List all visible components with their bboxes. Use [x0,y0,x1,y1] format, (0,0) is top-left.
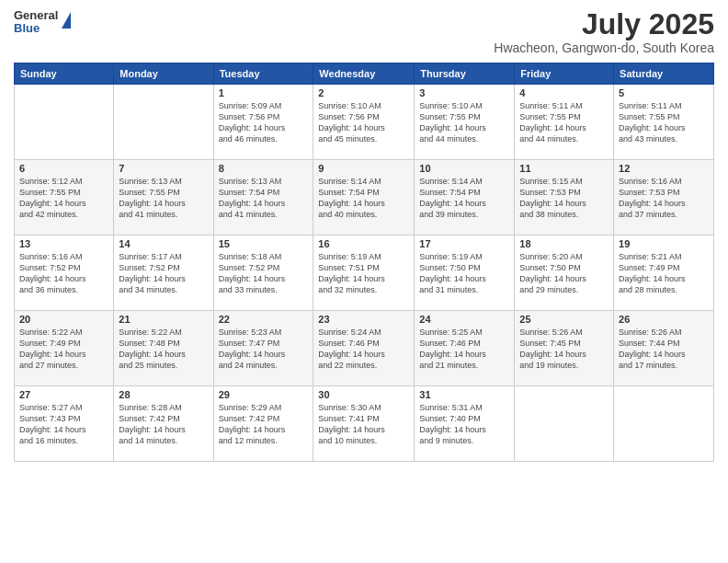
calendar-cell [614,386,714,462]
calendar-cell: 31Sunrise: 5:31 AM Sunset: 7:40 PM Dayli… [415,386,515,462]
day-number: 29 [219,389,309,400]
calendar-cell: 26Sunrise: 5:26 AM Sunset: 7:44 PM Dayli… [614,311,714,386]
day-info: Sunrise: 5:14 AM Sunset: 7:54 PM Dayligh… [419,176,509,221]
day-info: Sunrise: 5:11 AM Sunset: 7:55 PM Dayligh… [619,100,709,145]
day-number: 8 [219,163,309,174]
day-info: Sunrise: 5:23 AM Sunset: 7:47 PM Dayligh… [219,327,309,372]
col-friday: Friday [515,63,614,85]
col-saturday: Saturday [614,63,714,85]
calendar-cell: 18Sunrise: 5:20 AM Sunset: 7:50 PM Dayli… [515,236,614,311]
day-info: Sunrise: 5:12 AM Sunset: 7:55 PM Dayligh… [19,176,108,221]
day-info: Sunrise: 5:10 AM Sunset: 7:56 PM Dayligh… [318,100,409,145]
calendar-week-5: 27Sunrise: 5:27 AM Sunset: 7:43 PM Dayli… [15,386,714,462]
calendar-cell: 14Sunrise: 5:17 AM Sunset: 7:52 PM Dayli… [114,236,213,311]
calendar-cell: 20Sunrise: 5:22 AM Sunset: 7:49 PM Dayli… [15,311,114,386]
logo-line1: General [14,9,58,22]
day-info: Sunrise: 5:22 AM Sunset: 7:48 PM Dayligh… [119,327,208,372]
day-info: Sunrise: 5:14 AM Sunset: 7:54 PM Dayligh… [318,176,409,221]
day-number: 20 [19,314,108,325]
day-info: Sunrise: 5:13 AM Sunset: 7:55 PM Dayligh… [119,176,208,221]
day-number: 31 [419,389,509,400]
day-number: 5 [619,87,709,98]
page: General Blue July 2025 Hwacheon, Gangwon… [0,0,728,563]
day-number: 30 [318,389,409,400]
day-info: Sunrise: 5:16 AM Sunset: 7:53 PM Dayligh… [619,176,709,221]
calendar-cell: 11Sunrise: 5:15 AM Sunset: 7:53 PM Dayli… [515,160,614,236]
day-number: 11 [519,163,609,174]
calendar-cell: 15Sunrise: 5:18 AM Sunset: 7:52 PM Dayli… [213,236,313,311]
title-location: Hwacheon, Gangwon-do, South Korea [494,40,714,55]
col-sunday: Sunday [15,63,114,85]
calendar-week-1: 1Sunrise: 5:09 AM Sunset: 7:56 PM Daylig… [15,85,714,160]
calendar-cell: 19Sunrise: 5:21 AM Sunset: 7:49 PM Dayli… [614,236,714,311]
calendar-cell: 1Sunrise: 5:09 AM Sunset: 7:56 PM Daylig… [213,85,313,160]
day-info: Sunrise: 5:15 AM Sunset: 7:53 PM Dayligh… [519,176,609,221]
day-number: 7 [119,163,208,174]
calendar-cell: 10Sunrise: 5:14 AM Sunset: 7:54 PM Dayli… [415,160,515,236]
day-number: 10 [419,163,509,174]
calendar-cell [515,386,614,462]
day-number: 17 [419,238,509,249]
calendar-cell: 28Sunrise: 5:28 AM Sunset: 7:42 PM Dayli… [114,386,213,462]
day-info: Sunrise: 5:16 AM Sunset: 7:52 PM Dayligh… [19,251,108,296]
day-number: 16 [318,238,409,249]
day-info: Sunrise: 5:26 AM Sunset: 7:45 PM Dayligh… [519,327,609,372]
day-info: Sunrise: 5:24 AM Sunset: 7:46 PM Dayligh… [318,327,409,372]
calendar-cell: 13Sunrise: 5:16 AM Sunset: 7:52 PM Dayli… [15,236,114,311]
day-number: 1 [219,87,309,98]
day-info: Sunrise: 5:20 AM Sunset: 7:50 PM Dayligh… [519,251,609,296]
calendar-cell [15,85,114,160]
logo-line2: Blue [14,22,58,35]
calendar-cell: 17Sunrise: 5:19 AM Sunset: 7:50 PM Dayli… [415,236,515,311]
day-info: Sunrise: 5:27 AM Sunset: 7:43 PM Dayligh… [19,402,108,447]
day-info: Sunrise: 5:09 AM Sunset: 7:56 PM Dayligh… [219,100,309,145]
calendar-cell: 4Sunrise: 5:11 AM Sunset: 7:55 PM Daylig… [515,85,614,160]
day-number: 12 [619,163,709,174]
day-number: 13 [19,238,108,249]
day-info: Sunrise: 5:21 AM Sunset: 7:49 PM Dayligh… [619,251,709,296]
day-info: Sunrise: 5:29 AM Sunset: 7:42 PM Dayligh… [219,402,309,447]
day-number: 24 [419,314,509,325]
day-number: 28 [119,389,208,400]
day-number: 26 [619,314,709,325]
header: General Blue July 2025 Hwacheon, Gangwon… [14,9,714,55]
calendar-cell [114,85,213,160]
calendar-cell: 27Sunrise: 5:27 AM Sunset: 7:43 PM Dayli… [15,386,114,462]
day-info: Sunrise: 5:22 AM Sunset: 7:49 PM Dayligh… [19,327,108,372]
calendar-cell: 3Sunrise: 5:10 AM Sunset: 7:55 PM Daylig… [415,85,515,160]
calendar-header-row: Sunday Monday Tuesday Wednesday Thursday… [15,63,714,85]
day-number: 3 [419,87,509,98]
day-number: 22 [219,314,309,325]
logo-text: General Blue [14,9,58,36]
logo-triangle-icon [62,12,71,29]
calendar-cell: 7Sunrise: 5:13 AM Sunset: 7:55 PM Daylig… [114,160,213,236]
day-info: Sunrise: 5:10 AM Sunset: 7:55 PM Dayligh… [419,100,509,145]
day-number: 2 [318,87,409,98]
calendar-cell: 24Sunrise: 5:25 AM Sunset: 7:46 PM Dayli… [415,311,515,386]
calendar-cell: 30Sunrise: 5:30 AM Sunset: 7:41 PM Dayli… [313,386,415,462]
day-info: Sunrise: 5:30 AM Sunset: 7:41 PM Dayligh… [318,402,409,447]
day-info: Sunrise: 5:19 AM Sunset: 7:50 PM Dayligh… [419,251,509,296]
calendar-cell: 6Sunrise: 5:12 AM Sunset: 7:55 PM Daylig… [15,160,114,236]
day-number: 19 [619,238,709,249]
col-thursday: Thursday [415,63,515,85]
day-number: 6 [19,163,108,174]
day-number: 9 [318,163,409,174]
day-number: 15 [219,238,309,249]
day-number: 23 [318,314,409,325]
calendar-week-3: 13Sunrise: 5:16 AM Sunset: 7:52 PM Dayli… [15,236,714,311]
calendar-cell: 12Sunrise: 5:16 AM Sunset: 7:53 PM Dayli… [614,160,714,236]
day-info: Sunrise: 5:11 AM Sunset: 7:55 PM Dayligh… [519,100,609,145]
day-info: Sunrise: 5:18 AM Sunset: 7:52 PM Dayligh… [219,251,309,296]
day-info: Sunrise: 5:19 AM Sunset: 7:51 PM Dayligh… [318,251,409,296]
calendar-cell: 22Sunrise: 5:23 AM Sunset: 7:47 PM Dayli… [213,311,313,386]
calendar-cell: 16Sunrise: 5:19 AM Sunset: 7:51 PM Dayli… [313,236,415,311]
day-info: Sunrise: 5:25 AM Sunset: 7:46 PM Dayligh… [419,327,509,372]
day-number: 27 [19,389,108,400]
title-block: July 2025 Hwacheon, Gangwon-do, South Ko… [494,9,714,55]
calendar-week-4: 20Sunrise: 5:22 AM Sunset: 7:49 PM Dayli… [15,311,714,386]
calendar-cell: 9Sunrise: 5:14 AM Sunset: 7:54 PM Daylig… [313,160,415,236]
logo: General Blue [14,9,71,36]
calendar-cell: 29Sunrise: 5:29 AM Sunset: 7:42 PM Dayli… [213,386,313,462]
day-number: 21 [119,314,208,325]
